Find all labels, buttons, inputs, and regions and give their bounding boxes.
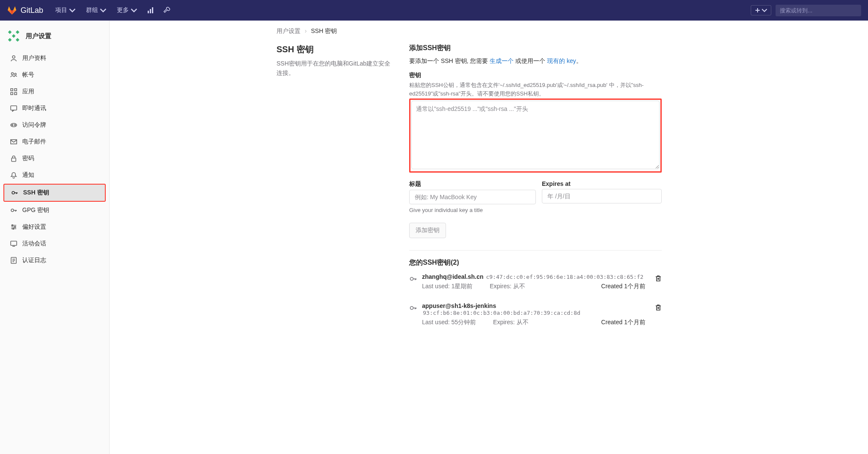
expires-label: Expires at — [542, 180, 662, 187]
sidebar-item-ssh-keys[interactable]: SSH 密钥 — [3, 184, 106, 202]
nav-groups[interactable]: 群组 — [81, 6, 112, 14]
main-content: 用户设置 › SSH 密钥 SSH 密钥 SSH密钥用于在您的电脑和GitLab… — [110, 21, 649, 454]
nav-projects-label: 项目 — [55, 6, 67, 14]
sidebar-item-label: 帐号 — [22, 71, 34, 79]
mail-icon — [10, 138, 17, 145]
nav-new-button[interactable] — [751, 5, 771, 15]
sidebar-item-label: 认证日志 — [22, 257, 46, 264]
nav-projects[interactable]: 项目 — [50, 6, 81, 14]
sidebar-item-notifications[interactable]: 通知 — [3, 167, 106, 183]
plus-icon — [755, 7, 761, 13]
sidebar-item-account[interactable]: 帐号 — [3, 67, 106, 83]
title-help: Give your individual key a title — [409, 207, 536, 213]
sidebar-item-label: 密码 — [22, 155, 34, 162]
sidebar-item-label: 应用 — [22, 88, 34, 96]
trash-icon — [655, 304, 662, 311]
avatar-icon — [7, 29, 21, 43]
sidebar-item-password[interactable]: 密码 — [3, 150, 106, 167]
chat-icon — [10, 105, 17, 112]
breadcrumb: 用户设置 › SSH 密钥 — [276, 27, 662, 35]
key-created: Created 1个月前 — [601, 283, 645, 290]
sidebar-item-tokens[interactable]: 访问令牌 — [3, 117, 106, 133]
svg-rect-1 — [150, 9, 151, 13]
sidebar-item-label: 活动会话 — [22, 240, 46, 248]
nav-groups-label: 群组 — [86, 6, 98, 14]
key-textarea-highlight — [409, 99, 662, 173]
ssh-key-row: appuser@sh1-k8s-jenkins 93:cf:b6:8e:01:0… — [409, 296, 662, 332]
svg-point-29 — [410, 307, 413, 310]
chevron-down-icon — [761, 7, 767, 13]
key-name[interactable]: zhanghq@ideal.sh.cn — [422, 273, 484, 280]
gitlab-logo[interactable]: GitLab — [7, 5, 43, 15]
nav-analytics-icon[interactable] — [143, 6, 159, 14]
add-key-title: 添加SSH密钥 — [409, 44, 662, 53]
key-icon — [409, 273, 417, 284]
svg-point-24 — [15, 227, 16, 228]
nav-more-label: 更多 — [117, 6, 129, 14]
sidebar-item-label: 访问令牌 — [22, 121, 46, 129]
existing-key-link[interactable]: 现有的 key — [547, 57, 576, 64]
svg-rect-14 — [15, 93, 17, 95]
svg-rect-20 — [12, 158, 16, 161]
bell-icon — [10, 172, 17, 179]
chevron-down-icon — [100, 7, 107, 14]
sidebar-item-chat[interactable]: 即时通讯 — [3, 100, 106, 116]
account-icon — [10, 72, 17, 78]
svg-point-17 — [12, 125, 13, 126]
lock-icon — [10, 155, 17, 162]
page-title: SSH 密钥 — [276, 44, 396, 55]
svg-point-25 — [13, 228, 14, 230]
sidebar-item-auth-log[interactable]: 认证日志 — [3, 252, 106, 269]
svg-rect-6 — [8, 38, 12, 42]
sidebar-item-apps[interactable]: 应用 — [3, 84, 106, 100]
expires-input[interactable] — [542, 189, 662, 203]
svg-point-18 — [15, 125, 16, 126]
sidebar-item-label: 即时通讯 — [22, 105, 46, 112]
breadcrumb-current: SSH 密钥 — [311, 27, 337, 34]
svg-rect-19 — [11, 140, 17, 144]
nav-wrench-icon[interactable] — [159, 6, 175, 14]
nav-more[interactable]: 更多 — [112, 6, 143, 14]
chevron-down-icon — [131, 7, 137, 14]
svg-rect-7 — [16, 38, 19, 42]
log-icon — [10, 257, 17, 264]
delete-key-button[interactable] — [655, 304, 662, 312]
sidebar-item-profile[interactable]: 用户资料 — [3, 50, 106, 66]
svg-point-23 — [12, 225, 13, 226]
sidebar-item-preferences[interactable]: 偏好设置 — [3, 219, 106, 235]
svg-point-28 — [410, 278, 413, 281]
svg-rect-11 — [11, 89, 13, 91]
title-input[interactable] — [409, 190, 536, 204]
sidebar-item-gpg-keys[interactable]: GPG 密钥 — [3, 202, 106, 218]
key-name[interactable]: appuser@sh1-k8s-jenkins — [422, 302, 496, 309]
svg-point-10 — [15, 73, 16, 75]
intro-text: 要添加一个 SSH 密钥, 您需要 — [409, 57, 490, 64]
delete-key-button[interactable] — [655, 275, 662, 283]
add-key-button[interactable]: 添加密钥 — [409, 223, 446, 238]
sidebar-item-sessions[interactable]: 活动会话 — [3, 236, 106, 252]
sidebar-item-label: 偏好设置 — [22, 223, 46, 231]
breadcrumb-parent[interactable]: 用户设置 — [276, 27, 300, 34]
apps-icon — [10, 88, 17, 95]
key-icon — [10, 207, 17, 214]
sidebar-header: 用户设置 — [0, 24, 109, 50]
gitlab-icon — [7, 5, 17, 15]
key-textarea[interactable] — [411, 101, 660, 169]
svg-point-21 — [12, 191, 15, 194]
pref-icon — [10, 224, 17, 230]
intro-text: 。 — [576, 57, 582, 64]
generate-key-link[interactable]: 生成一个 — [490, 57, 514, 64]
separator — [409, 250, 662, 251]
breadcrumb-separator: › — [305, 27, 307, 34]
key-last-used: Last used: 55分钟前 — [422, 319, 476, 326]
svg-rect-12 — [15, 89, 17, 91]
sidebar-item-label: 电子邮件 — [22, 138, 46, 146]
key-last-used: Last used: 1星期前 — [422, 283, 473, 290]
svg-rect-3 — [8, 30, 12, 34]
key-icon — [11, 189, 18, 196]
add-key-intro: 要添加一个 SSH 密钥, 您需要 生成一个 或使用一个 现有的 key。 — [409, 56, 662, 66]
sidebar-item-email[interactable]: 电子邮件 — [3, 134, 106, 150]
key-expires: Expires: 从不 — [490, 283, 525, 290]
search-input[interactable] — [776, 5, 861, 16]
title-label: 标题 — [409, 180, 536, 188]
